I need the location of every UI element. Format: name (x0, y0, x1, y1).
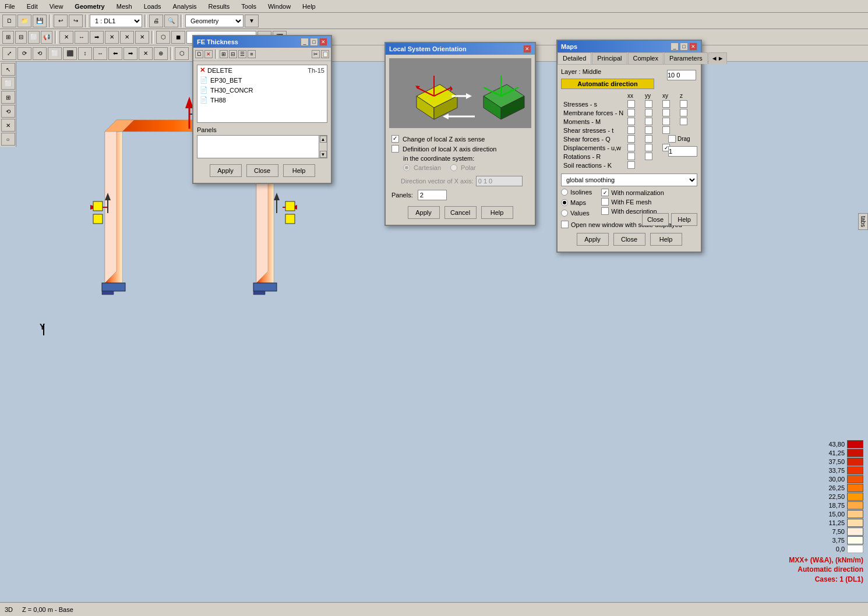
redo-btn[interactable]: ↪ (69, 15, 83, 27)
maps-right-input-top[interactable] (667, 70, 696, 80)
maps-shearstress-yy[interactable] (645, 126, 652, 134)
fe-new-btn[interactable]: 🗋 (195, 50, 203, 58)
menu-item-help[interactable]: Help (300, 3, 318, 10)
tb3-btn10[interactable]: ✕ (139, 47, 153, 60)
menu-item-mesh[interactable]: Mesh (114, 3, 135, 10)
tb2-btn11[interactable]: ⬡ (156, 31, 170, 44)
tb2-btn12[interactable]: ◼ (171, 31, 185, 44)
tb2-btn8[interactable]: ✕ (105, 31, 119, 44)
maps-right-value-input[interactable] (668, 146, 697, 157)
fe-delete-btn[interactable]: ✕ (204, 50, 213, 58)
lt-btn6[interactable]: ○ (1, 133, 15, 146)
maps-close-top-btn[interactable]: Close (642, 213, 669, 226)
tb2-btn2[interactable]: ⊟ (15, 31, 27, 44)
menu-item-loads[interactable]: Loads (142, 3, 164, 10)
fe-list-btn2[interactable]: ⊟ (229, 50, 237, 58)
maps-shearstress-xx[interactable] (627, 126, 635, 134)
tb3-btn12[interactable]: ⬡ (175, 47, 189, 60)
maps-rotations-yy[interactable] (645, 153, 652, 160)
tb3-btn7[interactable]: ↔ (93, 47, 107, 60)
maps-stresses-z[interactable] (680, 100, 687, 108)
tb3-btn2[interactable]: ⟳ (17, 47, 31, 60)
lso-help-btn[interactable]: Help (481, 206, 513, 219)
maps-tab-principal[interactable]: Principal (592, 52, 627, 64)
maps-shearstress-z[interactable] (662, 126, 670, 134)
fe-close-btn[interactable]: Close (246, 164, 278, 177)
side-tab-tabs[interactable]: tabs (858, 213, 868, 230)
menu-item-window[interactable]: Window (266, 3, 293, 10)
maps-shearforces-yy[interactable] (645, 135, 652, 143)
fe-thickness-listbox[interactable]: ✕ DELETE Th-15 📄 EP30_BET 📄 TH30_CONCR 📄… (197, 65, 327, 123)
maps-auto-direction-btn[interactable]: Automatic direction (561, 79, 654, 89)
maps-moments-z[interactable] (680, 118, 687, 125)
maps-tab-detailed[interactable]: Detailed (558, 52, 591, 64)
fe-panels-scrollbar[interactable]: ▲ ▼ (319, 136, 327, 158)
menu-item-view[interactable]: View (47, 3, 66, 10)
maps-stresses-yy[interactable] (645, 100, 652, 108)
lso-direction-input[interactable] (476, 176, 523, 186)
new-btn[interactable]: 🗋 (2, 15, 16, 27)
maps-stresses-xx[interactable] (627, 100, 635, 108)
maps-membrane-xx[interactable] (627, 109, 635, 116)
maps-tab-arrow[interactable]: ◄► (708, 52, 727, 64)
fe-thickness-minimize[interactable]: _ (301, 38, 309, 46)
maps-membrane-xy[interactable] (662, 109, 670, 116)
maps-help-btn[interactable]: Help (650, 233, 682, 246)
lso-cancel-btn[interactable]: Cancel (444, 206, 477, 219)
maps-maps-radio[interactable] (561, 199, 568, 206)
lt-btn5[interactable]: ✕ (1, 119, 15, 132)
fe-list-item-ep30[interactable]: 📄 EP30_BET (197, 75, 327, 85)
mode-dropdown[interactable]: Geometry (185, 15, 244, 27)
lso-cartesian-radio[interactable] (403, 164, 410, 171)
scale-dropdown[interactable]: 1 : DL1 (90, 15, 142, 27)
lso-z-axis-checkbox[interactable] (391, 135, 399, 143)
lt-btn4[interactable]: ⟲ (1, 105, 15, 118)
fe-thickness-close[interactable]: ✕ (319, 38, 327, 46)
tb2-btn6[interactable]: ↔ (75, 31, 89, 44)
settings-btn[interactable]: ▼ (245, 15, 259, 27)
maps-stresses-xy[interactable] (662, 100, 670, 108)
open-btn[interactable]: 📁 (17, 15, 31, 27)
fe-list-btn1[interactable]: ⊞ (220, 50, 228, 58)
maps-normalization-cb[interactable] (601, 189, 609, 196)
maps-membrane-yy[interactable] (645, 109, 652, 116)
tb3-btn8[interactable]: ⬅ (108, 47, 122, 60)
fe-list-btn3[interactable]: ☰ (238, 50, 246, 58)
maps-displacements-yy[interactable] (645, 144, 652, 151)
tb2-btn3[interactable]: ⬜ (28, 31, 40, 44)
menu-item-file[interactable]: File (2, 3, 17, 10)
lso-apply-btn[interactable]: Apply (408, 206, 440, 219)
fe-panels-input[interactable]: ▲ ▼ (197, 135, 327, 158)
maps-values-radio[interactable] (561, 210, 568, 217)
maps-rotations-xx[interactable] (627, 153, 635, 160)
maps-maximize[interactable]: □ (680, 43, 688, 51)
tb3-btn4[interactable]: ⬜ (48, 47, 62, 60)
lso-panels-input[interactable] (418, 190, 447, 200)
tb3-btn6[interactable]: ↕ (78, 47, 92, 60)
lso-close-x[interactable]: ✕ (523, 45, 531, 53)
fe-scroll-up[interactable]: ▲ (320, 136, 327, 143)
maps-tab-complex[interactable]: Complex (628, 52, 664, 64)
zoom-btn[interactable]: 🔍 (164, 15, 178, 27)
maps-close-btn[interactable]: Close (613, 233, 645, 246)
tb2-btn7[interactable]: ➡ (90, 31, 104, 44)
lso-polar-radio[interactable] (450, 164, 457, 171)
tb3-btn1[interactable]: ⤢ (2, 47, 16, 60)
maps-shearforces-xx[interactable] (627, 135, 635, 143)
menu-item-edit[interactable]: Edit (24, 3, 40, 10)
maps-help-top-btn[interactable]: Help (671, 213, 697, 226)
tb2-btn1[interactable]: ⊞ (2, 31, 14, 44)
lt-btn3[interactable]: ⊞ (1, 91, 15, 104)
tb3-btn5[interactable]: ⬛ (63, 47, 77, 60)
maps-apply-btn[interactable]: Apply (577, 233, 609, 246)
maps-open-new-cb[interactable] (561, 221, 569, 228)
tb2-btn4[interactable]: 📢 (41, 31, 52, 44)
fe-list-btn4[interactable]: ≡ (248, 50, 256, 58)
maps-close-x[interactable]: ✕ (689, 43, 697, 51)
maps-moments-xx[interactable] (627, 118, 635, 125)
menu-item-tools[interactable]: Tools (239, 3, 259, 10)
save-btn[interactable]: 💾 (33, 15, 47, 27)
tb2-btn10[interactable]: ✕ (135, 31, 149, 44)
fe-scroll-down[interactable]: ▼ (320, 151, 327, 158)
maps-isolines-radio[interactable] (561, 189, 568, 196)
